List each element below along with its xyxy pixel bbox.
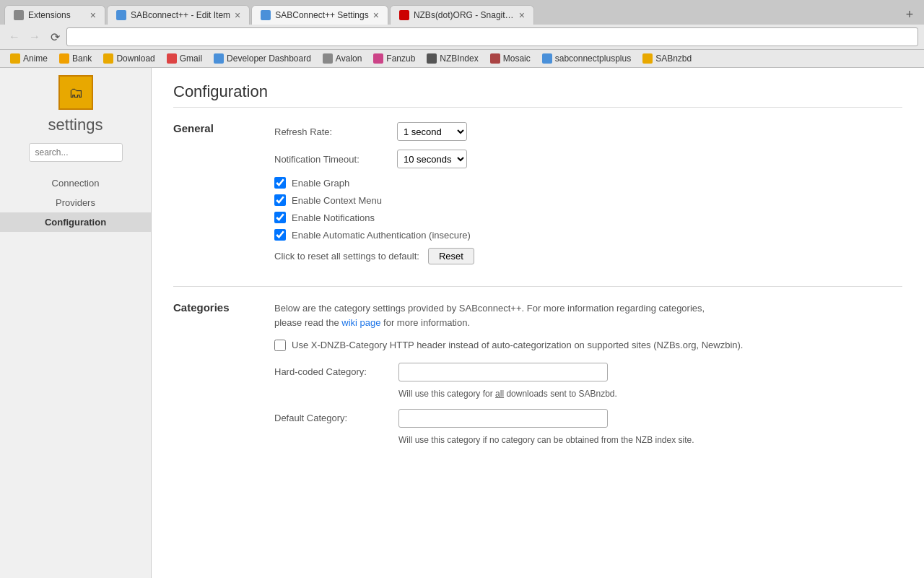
bookmark-icon-sabnzbd	[642, 53, 653, 64]
bookmark-icon-fanzub	[373, 53, 383, 64]
sidebar-search-input[interactable]	[29, 143, 123, 162]
address-bar[interactable]	[66, 27, 918, 46]
app-container: 🗂 settings ConnectionProvidersConfigurat…	[0, 68, 924, 578]
tab-title-extensions: Extensions	[28, 10, 86, 20]
checkbox-enable-graph[interactable]	[274, 177, 286, 189]
x-dnzb-label: Use X-DNZB-Category HTTP header instead …	[292, 338, 743, 353]
bookmarks-bar: Anime Bank Download Gmail Developer Dash…	[0, 50, 924, 68]
main-content: Configuration General Refresh Rate: 1 se…	[152, 68, 924, 578]
tab-close-sabconnect-edit[interactable]: ×	[235, 10, 240, 20]
bookmark-nzbindex[interactable]: NZBIndex	[422, 52, 482, 65]
checkbox-row-enable-graph: Enable Graph	[274, 177, 902, 189]
default-note-text: Will use this category if no category ca…	[398, 435, 694, 445]
tab-bar: Extensions × SABconnect++ - Edit Item × …	[0, 0, 924, 25]
sidebar-nav: ConnectionProvidersConfiguration	[0, 173, 151, 232]
bookmark-mosaic[interactable]: Mosaic	[486, 52, 535, 65]
back-button[interactable]: ←	[6, 28, 23, 46]
general-checkboxes: Enable Graph Enable Context Menu Enable …	[274, 177, 902, 241]
hard-coded-row: Hard-coded Category:	[274, 363, 902, 381]
bookmark-icon-bank	[59, 53, 69, 64]
hard-coded-label: Hard-coded Category:	[274, 366, 390, 377]
bookmark-label-anime: Anime	[23, 53, 48, 64]
categories-section-title: Categories	[173, 298, 230, 314]
checkbox-enable-notifications[interactable]	[274, 212, 286, 223]
new-tab-button[interactable]: +	[899, 4, 920, 25]
bookmark-label-fanzub: Fanzub	[386, 53, 415, 64]
bookmark-label-avalon: Avalon	[336, 53, 362, 64]
tab-sabconnect-edit[interactable]: SABconnect++ - Edit Item ×	[107, 5, 250, 25]
bookmark-icon-avalon	[323, 53, 333, 64]
categories-section: Categories Below are the category settin…	[173, 301, 902, 455]
tab-nzb[interactable]: NZBs(dot)ORG - Snagit.v10... ×	[390, 5, 534, 25]
general-section-title: General	[173, 119, 214, 134]
refresh-rate-row: Refresh Rate: 1 second2 seconds5 seconds…	[274, 122, 902, 141]
categories-section-body: Below are the category settings provided…	[274, 301, 902, 455]
bookmark-devdash[interactable]: Developer Dashboard	[209, 52, 315, 65]
refresh-rate-select[interactable]: 1 second2 seconds5 seconds10 seconds30 s…	[397, 122, 467, 141]
x-dnzb-checkbox[interactable]	[274, 340, 286, 351]
bookmark-icon-devdash	[214, 53, 224, 64]
bookmark-icon-anime	[10, 53, 20, 64]
categories-desc-part3: for more information.	[383, 317, 470, 328]
browser-chrome: Extensions × SABconnect++ - Edit Item × …	[0, 0, 924, 68]
checkbox-row-enable-notifications: Enable Notifications	[274, 212, 902, 223]
bookmark-label-nzbindex: NZBIndex	[440, 53, 478, 64]
notification-timeout-select[interactable]: 5 seconds10 seconds15 seconds30 seconds6…	[397, 150, 467, 168]
sidebar-logo-icon: 🗂	[69, 85, 83, 101]
bookmark-label-gmail: Gmail	[180, 53, 202, 64]
default-category-input[interactable]	[398, 409, 608, 428]
hard-coded-note-part2: downloads sent to SABnzbd.	[506, 389, 616, 399]
checkbox-enable-auto-auth[interactable]	[274, 229, 286, 241]
checkbox-row-enable-context-menu: Enable Context Menu	[274, 194, 902, 206]
checkbox-label-enable-notifications: Enable Notifications	[292, 212, 375, 223]
bookmark-fanzub[interactable]: Fanzub	[369, 52, 419, 65]
notification-timeout-row: Notification Timeout: 5 seconds10 second…	[274, 150, 902, 168]
bookmark-gmail[interactable]: Gmail	[162, 52, 206, 65]
tab-sabconnect-settings[interactable]: SABConnect++ Settings ×	[251, 5, 388, 25]
tab-extensions[interactable]: Extensions ×	[4, 5, 105, 25]
tab-close-sabconnect-settings[interactable]: ×	[373, 10, 379, 20]
default-category-note: Will use this category if no category ca…	[398, 435, 902, 445]
wiki-link[interactable]: wiki page	[341, 317, 380, 328]
categories-desc-part2: please read the	[274, 317, 339, 328]
sidebar-logo: 🗂	[58, 75, 93, 110]
bookmark-icon-sabconn	[542, 53, 552, 64]
reset-label: Click to reset all settings to default:	[274, 251, 419, 262]
hard-coded-note-part1: Will use this category for	[398, 389, 493, 399]
tab-favicon-nzb	[399, 10, 409, 20]
bookmark-label-mosaic: Mosaic	[503, 53, 531, 64]
bookmark-anime[interactable]: Anime	[6, 52, 52, 65]
bookmark-icon-download	[103, 53, 113, 64]
bookmark-download[interactable]: Download	[99, 52, 159, 65]
hard-coded-input[interactable]	[398, 363, 608, 381]
x-dnzb-row: Use X-DNZB-Category HTTP header instead …	[274, 338, 902, 353]
bookmark-icon-nzbindex	[427, 53, 437, 64]
checkbox-label-enable-context-menu: Enable Context Menu	[292, 195, 382, 206]
sidebar-nav-providers[interactable]: Providers	[0, 193, 151, 212]
reload-button[interactable]: ⟳	[46, 28, 64, 46]
default-category-row: Default Category:	[274, 409, 902, 428]
bookmark-avalon[interactable]: Avalon	[318, 52, 366, 65]
sidebar: 🗂 settings ConnectionProvidersConfigurat…	[0, 68, 152, 578]
categories-description: Below are the category settings provided…	[274, 301, 902, 329]
general-section: General Refresh Rate: 1 second2 seconds5…	[173, 122, 902, 264]
bookmark-sabconn[interactable]: sabconnectplusplus	[538, 52, 635, 65]
tab-title-sabconnect-settings: SABConnect++ Settings	[275, 10, 368, 20]
sidebar-nav-connection[interactable]: Connection	[0, 173, 151, 193]
sidebar-nav-configuration[interactable]: Configuration	[0, 212, 151, 232]
default-category-label: Default Category:	[274, 413, 390, 423]
checkbox-label-enable-auto-auth: Enable Automatic Authentication (insecur…	[292, 230, 471, 241]
reset-row: Click to reset all settings to default: …	[274, 248, 902, 264]
tab-favicon-sabconnect-edit	[116, 10, 126, 20]
checkbox-enable-context-menu[interactable]	[274, 194, 286, 206]
bookmark-bank[interactable]: Bank	[55, 52, 96, 65]
checkbox-row-enable-auto-auth: Enable Automatic Authentication (insecur…	[274, 229, 902, 241]
bookmark-sabnzbd[interactable]: SABnzbd	[638, 52, 696, 65]
section-divider	[173, 286, 902, 287]
tab-close-nzb[interactable]: ×	[519, 10, 525, 20]
reset-button[interactable]: Reset	[428, 248, 474, 264]
tab-close-extensions[interactable]: ×	[90, 10, 96, 20]
bookmark-icon-mosaic	[490, 53, 500, 64]
bookmark-label-download: Download	[116, 53, 154, 64]
forward-button[interactable]: →	[26, 28, 43, 46]
